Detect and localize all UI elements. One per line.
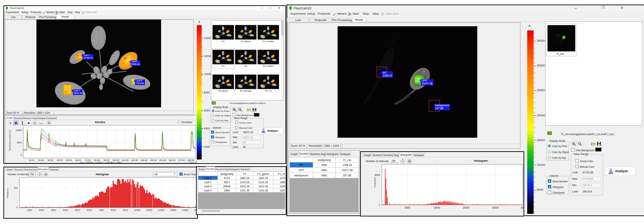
svg-text:5000: 5000: [405, 206, 410, 209]
svg-text:10000: 10000: [433, 206, 440, 209]
svg-text:25: 25: [520, 206, 523, 209]
svg-text:Frequency: Frequency: [374, 177, 376, 188]
svg-text:0: 0: [379, 204, 380, 206]
svg-text:20000: 20000: [492, 206, 499, 209]
svg-text:5000: 5000: [375, 174, 380, 176]
svg-text:15000: 15000: [463, 206, 469, 209]
